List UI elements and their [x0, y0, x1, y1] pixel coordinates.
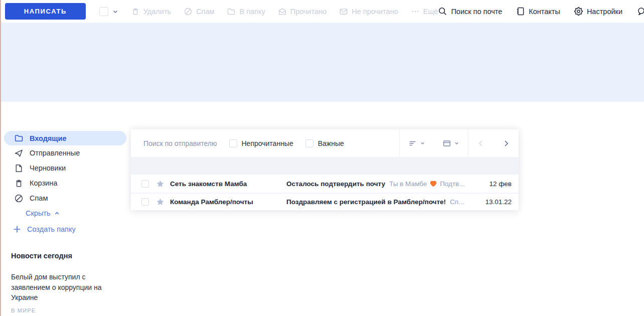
plus-icon — [12, 224, 22, 234]
toolbar-right: Поиск по почте Контакты Настройки — [438, 6, 644, 17]
email-snippet: Ты в Мамбе Подтв... — [389, 180, 465, 188]
email-sender: Команда Рамблер/почты — [170, 198, 286, 206]
search-mail-button[interactable]: Поиск по почте — [438, 7, 502, 16]
sidebar-item-spam[interactable]: Спам — [0, 191, 130, 206]
lightbulb-icon — [636, 6, 644, 17]
hints-button[interactable] — [636, 6, 644, 17]
heart-icon — [429, 180, 437, 188]
more-dots-icon — [411, 7, 420, 16]
mark-read-button[interactable]: Прочитано — [278, 7, 327, 16]
spam-label: Спам — [196, 8, 214, 16]
layout-view-icon — [442, 139, 451, 148]
search-mail-label: Поиск по почте — [451, 8, 502, 16]
news-item[interactable]: Белый дом выступил с заявлением о корруп… — [11, 272, 130, 313]
sidebar-item-label: Спам — [30, 194, 48, 202]
select-all-checkbox[interactable] — [99, 7, 108, 16]
create-folder-button[interactable]: Создать папку — [0, 222, 130, 237]
news-widget: Новости сегодня Белый дом выступил с зая… — [0, 252, 130, 316]
email-row[interactable]: Сеть знакомств Мамба Осталось подтвердит… — [131, 175, 519, 193]
email-checkbox[interactable] — [141, 198, 149, 206]
important-checkbox[interactable] — [305, 139, 313, 147]
contacts-button[interactable]: Контакты — [516, 7, 560, 16]
compose-button[interactable]: НАПИСАТЬ — [5, 3, 86, 20]
sidebar-item-label: Отправленные — [30, 149, 80, 157]
gear-icon — [574, 7, 583, 16]
sort-button[interactable] — [400, 129, 434, 157]
filter-important[interactable]: Важные — [305, 139, 344, 147]
news-title: Новости сегодня — [11, 252, 130, 260]
email-summary: Осталось подтвердить почту Ты в Мамбе По… — [286, 180, 483, 188]
delete-button[interactable]: Удалить — [131, 7, 171, 16]
hide-folders-link[interactable]: Скрыть — [0, 206, 130, 221]
move-to-folder-label: В папку — [239, 8, 265, 16]
email-sender: Сеть знакомств Мамба — [170, 180, 286, 188]
draft-icon — [14, 164, 24, 173]
settings-label: Настройки — [587, 8, 622, 16]
search-icon — [438, 7, 447, 16]
contacts-label: Контакты — [529, 8, 560, 16]
chevron-right-icon — [502, 139, 510, 147]
sidebar-item-label: Черновики — [30, 164, 66, 172]
chevron-down-icon[interactable] — [112, 8, 119, 15]
next-page-button[interactable] — [494, 129, 519, 157]
news-headline[interactable]: Белый дом выступил с заявлением о корруп… — [11, 272, 121, 303]
top-toolbar: НАПИСАТЬ Удалить Спам В папку — [0, 0, 644, 23]
sidebar-item-trash[interactable]: Корзина — [0, 176, 130, 191]
envelope-open-icon — [278, 7, 287, 16]
collapsed-banner-row — [131, 157, 519, 175]
filter-unread[interactable]: Непрочитанные — [229, 139, 293, 147]
email-checkbox-wrap[interactable] — [141, 198, 149, 206]
mark-unread-button[interactable]: Не прочитано — [339, 7, 398, 16]
star-icon[interactable] — [156, 198, 165, 206]
email-snippet: Сп... — [450, 198, 464, 206]
snippet-text: Ты в Мамбе — [389, 180, 427, 188]
mail-filter-bar: Поиск по отправителю Непрочитанные Важны… — [131, 129, 519, 157]
unread-label: Непрочитанные — [242, 139, 293, 147]
search-by-sender-field[interactable]: Поиск по отправителю — [143, 139, 217, 147]
news-category: В МИРЕ — [11, 307, 130, 313]
select-all-control[interactable] — [99, 7, 119, 16]
settings-button[interactable]: Настройки — [574, 7, 622, 16]
paper-plane-icon — [14, 148, 24, 158]
spam-button[interactable]: Спам — [184, 7, 214, 16]
spam-icon — [184, 7, 193, 16]
prev-page-button[interactable] — [468, 129, 494, 157]
email-row[interactable]: Команда Рамблер/почты Поздравляем с реги… — [131, 193, 519, 210]
folder-icon — [14, 133, 24, 143]
toolbar-actions: Удалить Спам В папку Прочитано Не прочит… — [131, 7, 438, 16]
chevron-down-icon — [454, 140, 459, 146]
snippet-text: Подтв... — [440, 180, 464, 188]
email-subject: Осталось подтвердить почту — [286, 180, 385, 188]
more-button[interactable]: Ещё — [411, 7, 438, 16]
mark-unread-label: Не прочитано — [352, 8, 398, 16]
view-layout-button[interactable] — [434, 129, 468, 157]
trash-icon — [131, 7, 140, 16]
sort-lines-icon — [408, 139, 417, 148]
star-icon[interactable] — [156, 180, 165, 188]
email-date: 12 фев — [489, 180, 512, 188]
email-date: 13.01.22 — [485, 198, 512, 206]
email-checkbox-wrap[interactable] — [141, 180, 149, 188]
email-checkbox[interactable] — [141, 180, 149, 188]
chevron-down-icon — [420, 140, 425, 146]
sidebar-item-drafts[interactable]: Черновики — [0, 161, 130, 176]
spam-icon — [14, 194, 24, 203]
envelope-closed-icon — [339, 7, 348, 16]
list-controls — [399, 129, 519, 157]
sidebar-item-inbox[interactable]: Входящие — [4, 131, 126, 145]
chevron-left-icon — [477, 139, 485, 147]
folder-icon — [227, 7, 236, 16]
window-edge — [0, 0, 1, 316]
more-label: Ещё — [423, 8, 438, 16]
sidebar-item-label: Входящие — [30, 134, 67, 142]
unread-checkbox[interactable] — [229, 139, 237, 147]
sidebar-item-sent[interactable]: Отправленные — [0, 145, 130, 161]
snippet-text: Сп... — [450, 198, 464, 206]
mark-read-label: Прочитано — [290, 8, 327, 16]
delete-label: Удалить — [143, 8, 171, 16]
chevron-up-icon — [54, 210, 60, 217]
trash-icon — [14, 179, 24, 188]
move-to-folder-button[interactable]: В папку — [227, 7, 265, 16]
hide-folders-label: Скрыть — [26, 209, 51, 217]
email-summary: Поздравляем с регистрацией в Рамблер/поч… — [286, 198, 479, 206]
